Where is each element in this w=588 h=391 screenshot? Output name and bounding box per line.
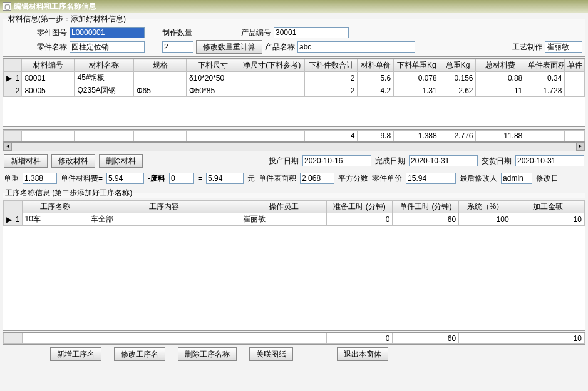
start-date-input[interactable] [302, 155, 371, 166]
unit-input[interactable] [406, 173, 456, 184]
total-tw: 2.776 [440, 131, 476, 141]
process-table: 工序名称 工序内容 操作员工 准备工时 (分钟) 单件工时 (分钟) 系统（%）… [3, 200, 585, 226]
mod-input[interactable] [501, 173, 532, 184]
delete-process-button[interactable]: 删除工序名称 [178, 347, 237, 361]
scroll-right-icon[interactable]: ► [576, 143, 585, 151]
part-no-input[interactable] [70, 27, 145, 38]
end-date-label: 完成日期 [375, 156, 405, 166]
area-label: 单件表面积 [259, 173, 296, 184]
col-material-code[interactable]: 材料编号 [22, 59, 75, 72]
col-proc-name[interactable]: 工序名称 [22, 201, 88, 213]
prod-no-label: 产品编号 [241, 28, 271, 38]
matcost-input[interactable] [106, 173, 144, 184]
total-uw: 1.388 [394, 131, 440, 141]
qty-label: 制作数量 [162, 28, 192, 38]
prod-no-input[interactable] [274, 27, 349, 38]
row-num-header [13, 59, 22, 72]
proc-total-unit: 60 [393, 333, 459, 344]
col-amount[interactable]: 加工金额 [512, 201, 584, 213]
table-row[interactable]: ▶110车车全部崔丽敏06010010 [4, 213, 585, 226]
delete-material-button[interactable]: 删除材料 [99, 154, 143, 168]
col-operator[interactable]: 操作员工 [240, 201, 326, 213]
col-area[interactable]: 单件表面积 [525, 59, 565, 72]
col-prep-time[interactable]: 准备工时 (分钟) [326, 201, 393, 213]
prod-name-label: 产品名称 [265, 42, 295, 53]
materials-grid[interactable]: 材料编号 材料名称 规格 下料尺寸 净尺寸(下料参考) 下料件数合计 材料单价 … [3, 58, 585, 127]
col-net[interactable]: 净尺寸(下料参考) [239, 59, 305, 72]
col-unit-weight[interactable]: 下料单重Kg [394, 59, 440, 72]
mod-label: 最后修改人 [460, 173, 497, 184]
tech-input[interactable] [545, 41, 582, 53]
link-drawing-button[interactable]: 关联图纸 [249, 347, 293, 361]
materials-totals: 4 9.8 1.388 2.776 11.88 [3, 129, 585, 142]
matcost-label: 单件材料费= [61, 173, 103, 184]
edit-material-button[interactable]: 修改材料 [51, 154, 95, 168]
part-name-label: 零件名称 [37, 42, 67, 53]
ship-date-input[interactable] [515, 155, 584, 166]
material-legend: 材料信息(第一步：添加好材料信息) [6, 14, 128, 24]
qty-input[interactable] [162, 41, 193, 53]
material-section: 材料信息(第一步：添加好材料信息) 零件图号 制作数量 产品编号 零件名称 修改… [3, 14, 585, 57]
proc-total-prep: 0 [326, 333, 393, 344]
part-name-input[interactable] [70, 41, 145, 53]
col-price[interactable]: 材料单价 [358, 59, 394, 72]
total-count: 4 [305, 131, 358, 141]
ship-date-label: 交货日期 [482, 156, 512, 166]
add-process-button[interactable]: 新增工序名 [50, 347, 101, 361]
process-totals: 0 60 10 [3, 332, 585, 345]
result-input[interactable] [206, 173, 244, 184]
proc-total-amt: 10 [512, 333, 584, 344]
start-date-label: 投产日期 [269, 156, 299, 166]
col-proc-content[interactable]: 工序内容 [88, 201, 240, 213]
col-sys-pct[interactable]: 系统（%） [459, 201, 512, 213]
mod-date-label: 修改日 [536, 173, 559, 184]
recalc-button[interactable]: 修改数量重计算 [196, 40, 262, 54]
table-row[interactable]: 280005Q235A圆钢Φ65Φ50*8524.21.312.62111.72… [4, 84, 585, 97]
process-legend: 工序名称信息 (第二步添加好工序名称) [3, 188, 135, 198]
col-total-weight[interactable]: 总重Kg [440, 59, 476, 72]
tech-label: 工艺制作 [512, 42, 542, 53]
materials-table: 材料编号 材料名称 规格 下料尺寸 净尺寸(下料参考) 下料件数合计 材料单价 … [3, 59, 585, 97]
total-cost: 11.88 [476, 131, 525, 141]
unit-label: 零件单价 [372, 173, 402, 184]
col-count[interactable]: 下料件数合计 [305, 59, 358, 72]
col-spec[interactable]: 规格 [134, 59, 187, 72]
window-titlebar: ▢ 编辑材料和工序名称信息 [0, 0, 588, 13]
add-material-button[interactable]: 新增材料 [4, 154, 48, 168]
weight-input[interactable] [23, 173, 57, 184]
h-scrollbar[interactable]: ◄► [3, 142, 585, 151]
scrap-label: -废料 [148, 173, 165, 184]
col-extra[interactable]: 单件 [565, 59, 585, 72]
row-selector-header [4, 59, 13, 72]
col-size[interactable]: 下料尺寸 [187, 59, 239, 72]
process-section: 工序名称信息 (第二步添加好工序名称) [3, 188, 585, 198]
end-date-input[interactable] [409, 155, 478, 166]
scrap-input[interactable] [169, 173, 194, 184]
weight-label: 单重 [4, 173, 19, 184]
total-price: 9.8 [358, 131, 394, 141]
col-material-name[interactable]: 材料名称 [75, 59, 134, 72]
table-row[interactable]: ▶18000145#钢板δ10*20*5025.60.0780.1560.880… [4, 72, 585, 84]
sqm-label: 平方分数 [338, 173, 368, 184]
prod-name-input[interactable] [297, 41, 415, 53]
eq-label: = [198, 174, 202, 183]
window-icon: ▢ [3, 2, 11, 11]
edit-process-button[interactable]: 修改工序名 [114, 347, 165, 361]
window-title: 编辑材料和工序名称信息 [14, 1, 96, 12]
area-input[interactable] [300, 173, 334, 184]
scroll-left-icon[interactable]: ◄ [3, 143, 12, 151]
col-total-cost[interactable]: 总材料费 [476, 59, 525, 72]
part-no-label: 零件图号 [37, 28, 67, 38]
yuan-label: 元 [247, 173, 255, 184]
col-unit-time[interactable]: 单件工时 (分钟) [393, 201, 459, 213]
exit-button[interactable]: 退出本窗体 [337, 347, 388, 361]
process-grid[interactable]: 工序名称 工序内容 操作员工 准备工时 (分钟) 单件工时 (分钟) 系统（%）… [3, 200, 585, 331]
